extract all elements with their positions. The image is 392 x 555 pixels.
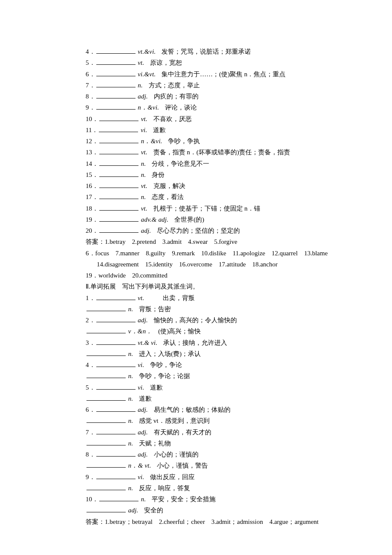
def: 做出反应，回应	[150, 474, 195, 480]
pos: n.	[141, 194, 146, 200]
blank[interactable]	[96, 405, 135, 412]
def: 承认；接纳，允许进入	[163, 339, 227, 346]
blank[interactable]	[99, 159, 138, 166]
blank[interactable]	[86, 371, 126, 378]
s1-answer-1: 答案：1.betray 2.pretend 3.admit 4.swear 5.…	[75, 236, 337, 247]
def: 扎根于；使基于；下锚；使固定 n．锚	[153, 205, 260, 212]
s1-answer-3: 19．worldwide 20.committed	[75, 270, 337, 281]
blank[interactable]	[96, 47, 135, 54]
blank[interactable]	[99, 226, 138, 233]
def: 道歉	[150, 384, 163, 391]
blank[interactable]	[99, 136, 138, 143]
def: 天赋；礼物	[139, 440, 171, 447]
item-num: 9	[86, 104, 89, 111]
blank[interactable]	[96, 58, 135, 65]
blank[interactable]	[96, 103, 135, 110]
s2-item-line: 7． adj. 有天赋的，有天才的	[75, 427, 337, 438]
def: 感觉 vt．感觉到，意识到	[139, 417, 209, 424]
blank[interactable]	[86, 327, 126, 333]
blank[interactable]	[99, 147, 138, 154]
blank[interactable]	[96, 450, 135, 457]
s1-item: 6． vi.&vt. 集中注意力于……；(使)聚焦 n．焦点；重点	[75, 69, 337, 80]
blank[interactable]	[96, 69, 135, 76]
item-num: 5	[86, 59, 89, 66]
s1-item: 12． n．&vi. 争吵，争执	[75, 136, 337, 147]
blank[interactable]	[96, 383, 135, 390]
blank[interactable]	[96, 92, 135, 98]
blank[interactable]	[86, 416, 126, 423]
s1-item: 18． vt. 扎根于；使基于；下锚；使固定 n．锚	[75, 203, 337, 214]
item-num: 19	[86, 216, 92, 223]
blank[interactable]	[86, 304, 126, 311]
def: 评论，谈论	[165, 104, 197, 111]
pos: n.	[141, 171, 146, 178]
def: 责备，指责 n．(坏事或错事的)责任；责备，指责	[153, 149, 290, 156]
s1-item: 13． vt. 责备，指责 n．(坏事或错事的)责任；责备，指责	[75, 147, 337, 158]
blank[interactable]	[96, 360, 135, 367]
blank[interactable]	[99, 181, 138, 188]
blank[interactable]	[86, 506, 126, 512]
pos: n.	[128, 417, 133, 424]
item-num: 16	[86, 182, 92, 189]
pos: adj.	[141, 227, 151, 234]
item-num: 18	[86, 205, 92, 212]
blank[interactable]	[99, 204, 138, 211]
blank[interactable]	[99, 125, 138, 132]
def: 分歧，争论意见不一	[152, 160, 209, 167]
def: 克服，解决	[153, 182, 185, 189]
blank[interactable]	[99, 215, 138, 222]
s2-item-line: 5． vi. 道歉	[75, 382, 337, 393]
pos: adj.	[138, 93, 148, 100]
section1-list: 4． vt.&vi. 发誓；咒骂，说脏话；郑重承诺 5． vt. 原谅，宽恕 6…	[75, 46, 337, 236]
pos: n.	[128, 395, 133, 402]
pos: n.	[128, 373, 133, 379]
blank[interactable]	[96, 428, 135, 434]
blank[interactable]	[86, 461, 126, 468]
s1-item: 10． vt. 不喜欢，厌恶	[75, 113, 337, 124]
pos: adj.	[138, 406, 148, 413]
item-num: 8	[86, 451, 89, 458]
s2-item-line: 2． adj. 愉快的，高兴的；令人愉快的	[75, 315, 337, 326]
blank[interactable]	[96, 315, 135, 322]
blank[interactable]	[99, 170, 138, 177]
pos: vt.	[138, 59, 144, 66]
blank[interactable]	[96, 293, 135, 300]
blank[interactable]	[96, 472, 135, 479]
blank[interactable]	[99, 192, 138, 199]
def: 原谅，宽恕	[150, 59, 182, 66]
item-num: 12	[86, 138, 92, 145]
item-num: 6	[86, 406, 89, 413]
blank[interactable]	[86, 439, 126, 445]
item-num: 6	[86, 71, 89, 78]
pos: n.	[141, 160, 146, 167]
blank[interactable]	[86, 394, 126, 401]
pos: vi.	[138, 384, 144, 391]
s2-item-line: n. 背叛；告密	[75, 304, 337, 315]
item-num: 10	[86, 116, 92, 122]
def: 争吵，争论；论据	[139, 373, 190, 379]
s1-item: 14． n. 分歧，争论意见不一	[75, 158, 337, 169]
blank[interactable]	[99, 494, 138, 501]
def: 平安，安全；安全措施	[152, 496, 216, 503]
item-num: 5	[86, 384, 89, 391]
blank[interactable]	[99, 114, 138, 121]
item-num: 3	[86, 339, 89, 346]
s1-item: 9． n．&vi. 评论，谈论	[75, 102, 337, 113]
s1-item: 20． adj. 尽心尽力的；坚信的；坚定的	[75, 225, 337, 236]
s2-answer: 答案：1.betray；betrayal 2.cheerful；cheer 3.…	[75, 516, 337, 527]
pos: vi.	[138, 361, 144, 368]
pos: n.	[141, 496, 146, 503]
page: 4． vt.&vi. 发誓；咒骂，说脏话；郑重承诺 5． vt. 原谅，宽恕 6…	[0, 0, 392, 555]
s2-item-line: n. 感觉 vt．感觉到，意识到	[75, 415, 337, 426]
blank[interactable]	[86, 483, 126, 490]
blank[interactable]	[96, 81, 135, 87]
s1-item: 15． n. 身份	[75, 169, 337, 180]
blank[interactable]	[96, 338, 135, 345]
def: 易生气的；敏感的；体贴的	[154, 406, 231, 413]
blank[interactable]	[86, 349, 126, 356]
def: 反应，响应，答复	[139, 485, 190, 491]
pos: vi.	[138, 474, 144, 480]
s1-item: 7． n. 方式；态度，举止	[75, 80, 337, 91]
def: 小心，谨慎，警告	[157, 462, 208, 469]
pos: vi.&vt.	[138, 71, 156, 78]
